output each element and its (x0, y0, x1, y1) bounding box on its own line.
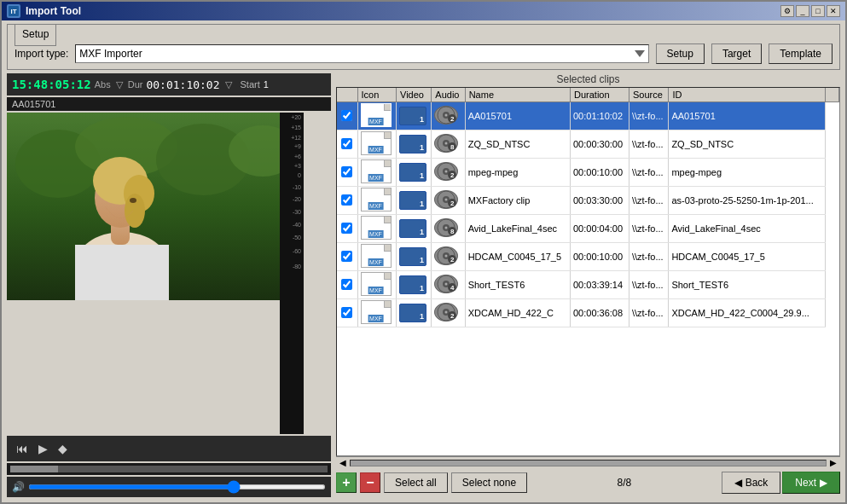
source-cell: \\zt-fo... (629, 102, 668, 130)
col-source[interactable]: Source (629, 88, 668, 102)
id-cell: AA015701 (669, 102, 826, 130)
level-ticks: +20 +15 +12 +9 +6 +3 0 (281, 114, 303, 270)
setup-group: Setup Import type: MXF Importer Setup Ta… (7, 24, 840, 70)
col-icon[interactable]: Icon (357, 88, 397, 102)
timeline-track[interactable] (10, 466, 328, 472)
row-checkbox[interactable] (341, 194, 352, 206)
table-row[interactable]: MXF 1 8 Avid_LakeFinal_4sec00:00:04:00\\… (337, 215, 839, 243)
table-header-row: Icon Video Audio Name Duration Source ID (337, 88, 839, 102)
video-thumbnail: 1 (399, 163, 426, 182)
table-row[interactable]: MXF 1 2 AA01570100:01:10:02\\zt-fo...AA0… (337, 102, 839, 130)
volume-area: 🔊 (7, 477, 331, 497)
h-scrollbar[interactable]: ◀ ▶ (336, 456, 840, 468)
video-thumbnail: 1 (399, 247, 426, 266)
source-cell: \\zt-fo... (629, 243, 668, 271)
row-checkbox[interactable] (341, 138, 352, 149)
video-cell: 1 (397, 159, 432, 187)
table-row[interactable]: MXF 1 2 MXFactory clip00:03:30:00\\zt-fo… (337, 187, 839, 215)
col-audio[interactable]: Audio (432, 88, 465, 102)
name-cell: Avid_LakeFinal_4sec (465, 215, 570, 243)
col-id[interactable]: ID (669, 88, 826, 102)
minimize-btn[interactable]: _ (796, 5, 809, 17)
id-cell: mpeg-mpeg (669, 159, 826, 187)
scroll-left-btn[interactable]: ◀ (339, 458, 346, 467)
audio-cell: 2 (432, 187, 465, 215)
source-cell: \\zt-fo... (629, 271, 668, 299)
name-cell: MXFactory clip (465, 187, 570, 215)
setup-row: Import type: MXF Importer Setup Target T… (15, 43, 832, 64)
remove-clip-btn[interactable]: − (360, 472, 380, 493)
back-btn[interactable]: ◀ Back (722, 472, 781, 494)
col-duration[interactable]: Duration (570, 88, 629, 102)
play-controls: ⏮ ▶ ◆ (7, 436, 331, 461)
clips-table-container[interactable]: Icon Video Audio Name Duration Source ID (336, 87, 840, 456)
row-checkbox[interactable] (341, 307, 352, 318)
add-clip-btn[interactable]: + (336, 472, 357, 493)
next-arrow-icon: ▶ (820, 477, 827, 489)
row-checkbox[interactable] (341, 166, 352, 177)
table-row[interactable]: MXF 1 8 ZQ_SD_NTSC00:00:30:00\\zt-fo...Z… (337, 130, 839, 159)
start-value: 1 (264, 79, 269, 90)
select-all-btn[interactable]: Select all (384, 472, 448, 493)
audio-thumbnail: 2 (434, 246, 458, 265)
close-btn[interactable]: ✕ (827, 5, 840, 17)
video-track-num: 1 (420, 115, 424, 124)
table-row[interactable]: MXF 1 2 mpeg-mpeg00:00:10:00\\zt-fo...mp… (337, 159, 839, 187)
volume-icon: 🔊 (12, 481, 25, 493)
col-name[interactable]: Name (465, 88, 570, 102)
row-checkbox[interactable] (341, 110, 352, 121)
svg-point-30 (445, 171, 448, 173)
play-btn[interactable]: ▶ (36, 442, 50, 455)
target-button[interactable]: Target (711, 43, 762, 64)
row-checkbox[interactable] (341, 279, 352, 290)
name-cell: ZQ_SD_NTSC (465, 130, 570, 159)
video-cell: 1 (397, 299, 432, 327)
timeline-bar[interactable] (7, 463, 331, 475)
id-cell: Avid_LakeFinal_4sec (669, 215, 826, 243)
row-checkbox[interactable] (341, 251, 352, 262)
clip-id-bar: AA015701 (7, 97, 331, 111)
marker-btn[interactable]: ◆ (55, 442, 70, 455)
video-track-num: 1 (420, 256, 424, 264)
duration-display: 00:01:10:02 (146, 78, 219, 91)
video-cell: 1 (397, 243, 432, 271)
icon-cell: MXF (357, 102, 397, 130)
video-cell: 1 (397, 271, 432, 299)
duration-label: Dur (128, 79, 143, 90)
setup-legend: Setup (15, 24, 56, 46)
volume-slider[interactable] (28, 484, 326, 490)
scroll-right-btn[interactable]: ▶ (830, 458, 837, 467)
svg-point-35 (445, 199, 448, 201)
id-cell: XDCAM_HD_422_C0004_29.9... (669, 299, 826, 327)
icon-cell: MXF (357, 159, 397, 187)
settings-window-btn[interactable]: ⚙ (780, 5, 794, 17)
audio-thumbnail: 2 (434, 303, 458, 322)
table-row[interactable]: MXF 1 2 HDCAM_C0045_17_500:00:10:00\\zt-… (337, 243, 839, 271)
table-row[interactable]: MXF 1 4 Short_TEST600:03:39:14\\zt-fo...… (337, 271, 839, 299)
duration-cell: 00:00:04:00 (570, 215, 629, 243)
setup-button[interactable]: Setup (656, 43, 705, 64)
audio-cell: 8 (432, 130, 465, 159)
svg-text:IT: IT (10, 8, 16, 15)
id-cell: ZQ_SD_NTSC (669, 130, 826, 159)
icon-cell: MXF (357, 271, 397, 299)
timeline-progress (10, 466, 58, 472)
col-video[interactable]: Video (397, 88, 432, 102)
video-track-num: 1 (420, 312, 424, 321)
id-cell: Short_TEST6 (669, 271, 826, 299)
name-cell: XDCAM_HD_422_C (465, 299, 570, 327)
maximize-btn[interactable]: □ (811, 5, 825, 17)
scroll-track[interactable] (350, 460, 827, 466)
select-none-btn[interactable]: Select none (451, 472, 527, 493)
next-btn[interactable]: Next ▶ (782, 472, 840, 494)
import-type-select[interactable]: MXF Importer (75, 44, 648, 63)
main-window: IT Import Tool ⚙ _ □ ✕ Setup Import type… (0, 0, 847, 504)
clips-header: Selected clips (336, 73, 840, 85)
template-button[interactable]: Template (769, 43, 832, 64)
import-type-label: Import type: (15, 48, 68, 60)
table-row[interactable]: MXF 1 2 XDCAM_HD_422_C00:00:36:08\\zt-fo… (337, 299, 839, 327)
skip-back-btn[interactable]: ⏮ (14, 442, 31, 455)
svg-point-40 (445, 227, 448, 229)
id-cell: as-03-proto-25-5250-1m-1p-201... (669, 187, 826, 215)
row-checkbox[interactable] (341, 223, 352, 234)
